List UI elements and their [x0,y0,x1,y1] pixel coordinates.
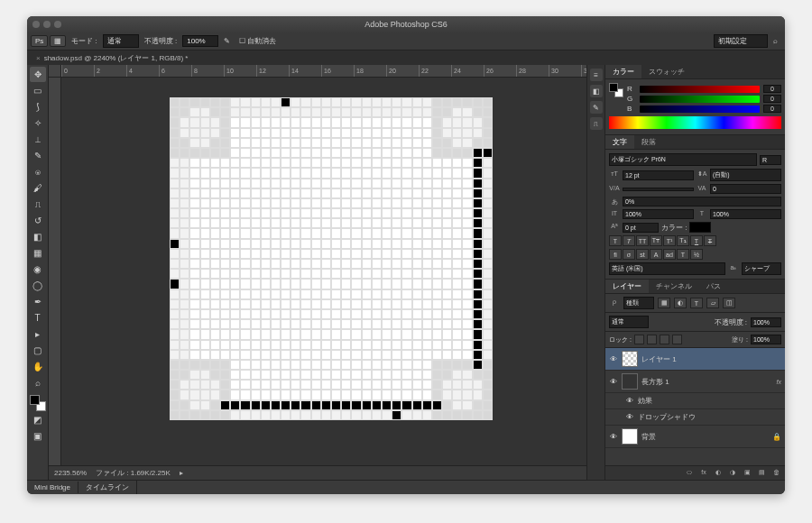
document-tab[interactable]: × shadow.psd @ 2240% (レイヤー 1, RGB/8) * [31,51,193,65]
type-tool[interactable]: T [30,310,46,326]
lasso-tool[interactable]: ⟆ [30,99,46,115]
text-color-swatch[interactable] [689,222,711,233]
leading-field[interactable]: (自動) [710,169,781,181]
eyedropper-tool[interactable]: ✎ [30,148,46,163]
hscale-field[interactable]: 100% [710,209,781,219]
dodge-tool[interactable]: ◯ [30,278,46,293]
eraser-tool[interactable]: ◧ [30,229,46,244]
tab-layers[interactable]: レイヤー [605,280,649,293]
layer-name[interactable]: 効果 [638,396,781,406]
layer-name[interactable]: レイヤー 1 [641,354,781,364]
brush-panel-icon[interactable]: ✎ [590,101,603,114]
tool-preset-menu[interactable]: ▦ [50,35,66,47]
g-value[interactable]: 0 [763,95,781,103]
layer-name[interactable]: ドロップシャドウ [638,412,781,422]
healing-brush-tool[interactable]: ⍟ [30,164,46,179]
path-select-tool[interactable]: ▸ [30,326,46,342]
foreground-color-swatch[interactable] [30,395,40,405]
lock-pixels-icon[interactable] [647,335,657,344]
trash-icon[interactable]: 🗑 [770,469,781,478]
visibility-toggle[interactable]: 👁 [609,432,618,441]
adjustment-layer-icon[interactable]: ◑ [727,469,738,478]
layer-fx-icon[interactable]: fx [698,469,709,478]
quick-mask-icon[interactable]: ◩ [30,412,46,427]
layer-row[interactable]: 👁長方形 1fx [605,371,785,393]
ruler-origin[interactable] [49,65,61,78]
ordinals-button[interactable]: ad [663,249,676,260]
antialias-select[interactable]: シャープ [742,262,781,275]
underline-button[interactable]: T [690,235,703,246]
strikethrough-button[interactable]: T [704,235,716,246]
superscript-button[interactable]: T¹ [663,235,676,246]
magic-wand-tool[interactable]: ✧ [30,115,46,131]
blend-mode-select[interactable]: 通常 [103,34,139,48]
layer-row[interactable]: 👁背景🔒 [605,426,785,448]
layer-mask-icon[interactable]: ◐ [713,469,724,478]
clone-stamp-tool[interactable]: ⎍ [30,197,46,212]
layer-row[interactable]: 👁レイヤー 1 [605,348,785,371]
brush-tool[interactable]: 🖌 [30,180,46,196]
titling-button[interactable]: T [677,249,689,260]
lock-position-icon[interactable] [660,335,669,344]
hand-tool[interactable]: ✋ [30,359,46,374]
smallcaps-button[interactable]: Tᴛ [650,235,662,246]
vscale-field[interactable]: 100% [623,209,694,219]
workspace-switcher[interactable]: 初期設定 [714,34,768,48]
properties-panel-icon[interactable]: ◧ [590,85,603,97]
font-family-select[interactable]: 小塚ゴシック Pr6N [609,153,757,166]
minimize-window-icon[interactable] [43,21,51,28]
font-size-field[interactable]: 12 pt [623,170,694,180]
filter-adjust-icon[interactable]: ◐ [674,298,687,308]
fractions-button[interactable]: ½ [690,249,703,260]
layer-filter-icon[interactable]: ρ [609,298,620,307]
layer-row[interactable]: 👁ドロップシャドウ [605,409,785,426]
zoom-tool[interactable]: ⌕ [30,375,46,390]
fill-field[interactable]: 100% [751,335,781,344]
tab-color[interactable]: カラー [605,65,641,78]
layer-blend-select[interactable]: 通常 [609,316,649,328]
screen-mode-icon[interactable]: ▣ [30,428,46,444]
layer-thumbnail[interactable] [622,351,638,367]
visibility-toggle[interactable]: 👁 [609,377,618,386]
visibility-toggle[interactable]: 👁 [609,354,618,363]
filter-shape-icon[interactable]: ▱ [706,298,719,308]
vertical-ruler[interactable] [49,78,61,480]
g-slider[interactable] [640,96,760,103]
search-icon[interactable]: ⌕ [770,35,781,47]
opacity-field[interactable]: 100% [182,35,218,47]
move-tool[interactable]: ✥ [30,67,46,82]
r-value[interactable]: 0 [763,85,781,93]
fx-badge[interactable]: fx [777,379,781,385]
pen-tool[interactable]: ✒ [30,294,46,309]
tab-paragraph[interactable]: 段落 [634,135,663,149]
filter-pixel-icon[interactable]: ▦ [658,298,670,308]
autoerase-checkbox[interactable]: ☐ 自動消去 [235,34,280,48]
color-panel-swatches[interactable] [609,83,623,97]
close-window-icon[interactable] [32,21,40,28]
swash-button[interactable]: st [636,249,649,260]
history-brush-tool[interactable]: ↺ [30,213,46,228]
tab-timeline[interactable]: タイムライン [78,481,137,494]
ligatures-button[interactable]: fi [609,249,622,260]
rectangle-tool[interactable]: ▢ [30,343,46,358]
color-swatches[interactable] [30,395,46,411]
color-spectrum[interactable] [609,116,781,129]
tab-channels[interactable]: チャンネル [649,280,699,293]
lock-all-icon[interactable] [672,335,682,344]
allcaps-button[interactable]: TT [636,235,649,246]
tsume-field[interactable]: 0% [623,197,781,206]
layer-row[interactable]: 👁効果 [605,393,785,409]
crop-tool[interactable]: ⟂ [30,132,46,147]
bold-button[interactable]: T [609,235,622,246]
status-chevron-icon[interactable]: ▸ [180,469,183,477]
b-slider[interactable] [640,106,760,113]
filter-type-icon[interactable]: T [690,298,703,308]
kerning-field[interactable] [623,188,694,191]
document-canvas[interactable] [170,97,493,420]
b-value[interactable]: 0 [763,105,781,113]
app-logo[interactable]: Ps [31,35,48,47]
language-select[interactable]: 英語 (米国) [609,262,725,275]
baseline-field[interactable]: 0 pt [623,223,659,233]
r-slider[interactable] [640,86,760,93]
layer-thumbnail[interactable] [622,373,638,390]
